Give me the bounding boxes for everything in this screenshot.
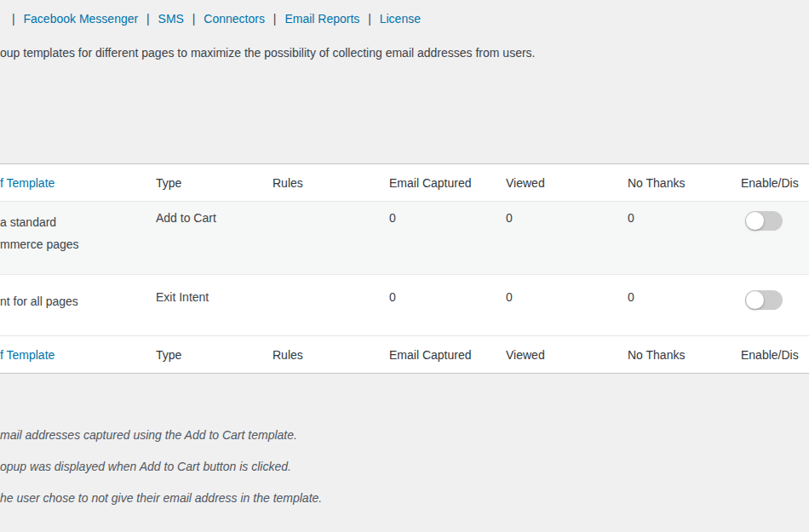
plugin-tab-nav: | Facebook Messenger | SMS | Connectors … bbox=[7, 12, 421, 26]
column-header-name-of-template[interactable]: f Template bbox=[0, 176, 55, 190]
note-viewed: opup was displayed when Add to Cart butt… bbox=[0, 460, 322, 491]
table-footer-row: f Template Type Rules Email Captured Vie… bbox=[0, 335, 809, 373]
table-row: nt for all pages Exit Intent 0 0 0 bbox=[0, 275, 809, 335]
note-no-thanks: he user chose to not give their email ad… bbox=[0, 491, 322, 523]
template-name: nt for all pages bbox=[0, 275, 156, 335]
column-footer-no-thanks: No Thanks bbox=[628, 348, 741, 362]
enable-toggle[interactable] bbox=[745, 211, 783, 231]
column-header-type: Type bbox=[156, 176, 273, 190]
toggle-knob bbox=[746, 212, 764, 230]
no-thanks-count: 0 bbox=[628, 275, 741, 335]
nav-link-email-reports[interactable]: Email Reports bbox=[284, 12, 359, 26]
viewed-count: 0 bbox=[506, 202, 628, 274]
column-footer-email-captured: Email Captured bbox=[389, 348, 506, 362]
template-name-line1: a standard bbox=[0, 215, 56, 229]
column-footer-name-of-template[interactable]: f Template bbox=[0, 348, 55, 362]
column-header-no-thanks: No Thanks bbox=[628, 176, 741, 190]
column-footer-rules: Rules bbox=[273, 348, 389, 362]
nav-link-license[interactable]: License bbox=[380, 12, 421, 26]
column-header-email-captured: Email Captured bbox=[389, 176, 506, 190]
column-header-rules: Rules bbox=[273, 176, 389, 190]
nav-separator: | bbox=[273, 12, 277, 26]
template-name: a standard mmerce pages bbox=[0, 202, 156, 274]
table-row: a standard mmerce pages Add to Cart 0 0 … bbox=[0, 202, 809, 275]
nav-separator: | bbox=[192, 12, 196, 26]
table-header-row: f Template Type Rules Email Captured Vie… bbox=[0, 164, 809, 202]
template-type: Exit Intent bbox=[156, 275, 273, 335]
nav-separator: | bbox=[12, 12, 15, 26]
popup-templates-table: f Template Type Rules Email Captured Vie… bbox=[0, 163, 809, 374]
template-rules bbox=[273, 275, 389, 335]
column-footer-enable-disable: Enable/Dis bbox=[741, 348, 809, 362]
email-captured-count: 0 bbox=[389, 275, 506, 335]
nav-separator: | bbox=[146, 12, 150, 26]
email-captured-count: 0 bbox=[389, 202, 506, 274]
column-header-viewed: Viewed bbox=[506, 176, 628, 190]
column-footer-type: Type bbox=[156, 348, 273, 362]
toggle-knob bbox=[746, 291, 764, 309]
enable-toggle[interactable] bbox=[745, 290, 783, 310]
no-thanks-count: 0 bbox=[628, 202, 741, 274]
nav-link-connectors[interactable]: Connectors bbox=[204, 12, 265, 26]
legend-notes: mail addresses captured using the Add to… bbox=[0, 428, 322, 523]
template-rules bbox=[273, 202, 389, 274]
nav-link-sms[interactable]: SMS bbox=[158, 12, 184, 26]
column-footer-viewed: Viewed bbox=[506, 348, 628, 362]
template-name-line2: mmerce pages bbox=[0, 237, 79, 251]
template-type: Add to Cart bbox=[156, 202, 273, 274]
template-name-line1: nt for all pages bbox=[0, 295, 78, 308]
nav-link-facebook-messenger[interactable]: Facebook Messenger bbox=[24, 12, 139, 26]
page-description: oup templates for different pages to max… bbox=[0, 46, 535, 60]
column-header-enable-disable: Enable/Dis bbox=[741, 176, 809, 190]
nav-separator: | bbox=[368, 12, 371, 26]
viewed-count: 0 bbox=[506, 275, 628, 335]
note-email-captured: mail addresses captured using the Add to… bbox=[0, 428, 322, 460]
